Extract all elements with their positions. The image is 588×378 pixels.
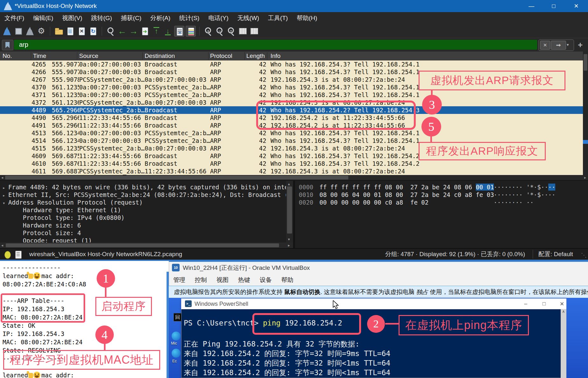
vm-desktop-icon-label: Mic	[171, 341, 177, 346]
column-header[interactable]: Time	[33, 52, 46, 60]
column-header[interactable]: Length	[246, 52, 265, 60]
console-line: IP: 192.168.254.3	[0, 330, 169, 338]
vbox-menu-item[interactable]: 视图	[216, 275, 229, 285]
menu-item[interactable]: 工具(T)	[263, 12, 292, 24]
menu-item[interactable]: 帮助(H)	[292, 12, 322, 24]
zoom-in-icon[interactable]: +	[203, 26, 213, 37]
vbox-menu-item[interactable]: 设备	[260, 275, 272, 285]
zoom-reset-icon[interactable]: =	[226, 26, 236, 37]
menu-item[interactable]: 视图(V)	[58, 12, 87, 24]
vbox-menu-item[interactable]: 帮助	[281, 275, 293, 285]
hex-row[interactable]: 002000 00 00 00 00 00 c0 a8 fe 02·······…	[295, 199, 588, 206]
detail-line[interactable]: ▸Frame 4489: 42 bytes on wire (336 bits)…	[0, 183, 286, 191]
capture-options-icon[interactable]: ⚙	[36, 26, 46, 37]
detail-line[interactable]: ▸Ethernet II, Src: PCSSystemtec_2a:be:24…	[0, 191, 286, 199]
vbox-menu-item[interactable]: 热键	[238, 275, 250, 285]
go-first-packet-icon[interactable]: ↑	[151, 26, 161, 37]
go-back-icon[interactable]: ←	[117, 26, 127, 37]
menu-item[interactable]: 分析(A)	[146, 12, 175, 24]
display-filter-input[interactable]: arp	[14, 40, 537, 50]
filter-clear-button[interactable]: ✕	[540, 41, 550, 50]
packet-list-hscrollbar[interactable]: ◂ ▸	[0, 175, 588, 180]
packet-row[interactable]: 4611569.688751PCSSystemtec_2a:b…11:22:33…	[0, 167, 583, 175]
expanded-icon: ▾	[0, 199, 8, 207]
ps-minimize-button[interactable]: –	[519, 298, 533, 309]
close-button[interactable]: ✕	[569, 0, 584, 12]
column-header[interactable]: Info	[270, 52, 281, 60]
detail-line[interactable]: Hardware type: Ethernet (1)	[0, 206, 286, 214]
detail-line[interactable]: Protocol type: IPv4 (0x0800)	[0, 214, 286, 221]
resize-grip-icon[interactable]: ⋱	[581, 252, 587, 259]
menu-item[interactable]: 文件(F)	[0, 12, 29, 24]
filter-add-button[interactable]: +	[578, 40, 583, 50]
menu-item[interactable]: 无线(W)	[233, 12, 264, 24]
ps-prompt: PS C:\Users\tnct>	[184, 319, 263, 327]
packet-list-vscrollbar[interactable]	[583, 52, 588, 175]
auto-scroll-icon[interactable]	[174, 26, 184, 37]
minimize-button[interactable]: —	[524, 0, 539, 12]
mouse-cursor	[332, 300, 340, 309]
go-to-packet-icon[interactable]	[140, 26, 150, 37]
annotation-label-arp-request: 虚拟机发出ARP请求报文	[419, 71, 565, 90]
menu-item[interactable]: 统计(S)	[175, 12, 204, 24]
packet-row[interactable]: 4610569.68761311:22:33:44:55:66Broadcast…	[0, 160, 583, 167]
column-header[interactable]: Protocol	[210, 52, 232, 60]
packet-row[interactable]: 4265555.9077620a:00:27:00:00:03Broadcast…	[0, 60, 583, 68]
annotation-step-1: 1	[97, 269, 115, 288]
wireshark-titlebar: *VirtualBox Host-Only Network — □ ✕	[0, 0, 588, 12]
go-forward-icon[interactable]: →	[128, 26, 139, 37]
column-header[interactable]: No.	[3, 52, 12, 60]
scroll-up-icon[interactable]: ∧	[562, 309, 565, 314]
annotation-connector	[430, 136, 432, 142]
vbox-menu-item[interactable]: 控制	[195, 275, 207, 285]
zoom-out-icon[interactable]: −	[215, 26, 225, 37]
detail-line[interactable]: ▾Address Resolution Protocol (request)	[0, 199, 286, 206]
restart-capture-icon[interactable]	[25, 26, 35, 37]
annotation-capture-rect	[256, 101, 416, 130]
menu-item[interactable]: 捕获(C)	[116, 12, 146, 24]
profile-label[interactable]: 配置: Default	[538, 248, 573, 260]
filter-dropdown-icon[interactable]: ▾	[567, 42, 569, 47]
annotation-step-2: 2	[367, 315, 385, 333]
packet-row[interactable]: 4513566.1234390a:00:27:00:00:03PCSSystem…	[0, 129, 583, 137]
ps-scrollbar[interactable]: ∧	[561, 309, 566, 378]
start-capture-icon[interactable]	[2, 26, 12, 37]
expert-info-icon[interactable]	[4, 251, 11, 259]
go-last-packet-icon[interactable]: ↓	[163, 26, 173, 37]
filter-bookmark-icon[interactable]	[2, 40, 13, 50]
vm-desktop-edge-icon[interactable]	[172, 332, 181, 340]
detail-line[interactable]: Protocol size: 4	[0, 229, 286, 237]
stop-capture-icon[interactable]	[13, 26, 24, 37]
menu-item[interactable]: 跳转(G)	[87, 12, 116, 24]
open-file-icon[interactable]	[54, 26, 64, 37]
hex-row[interactable]: 001008 00 06 04 00 01 08 00 27 2a be 24 …	[295, 191, 588, 199]
hex-row[interactable]: 0000ff ff ff ff ff ff 08 00 27 2a be 24 …	[295, 183, 588, 191]
filter-apply-button[interactable]: ➞	[551, 41, 566, 50]
annotation-connector	[104, 344, 106, 350]
show-columns-icon[interactable]	[249, 26, 259, 37]
save-file-icon[interactable]	[65, 26, 75, 37]
column-header[interactable]: Source	[79, 52, 98, 60]
filter-buttons-group: ✕ ➞ ▾	[538, 39, 574, 51]
close-file-icon[interactable]	[77, 26, 87, 37]
packet-row[interactable]: 4371561.1235960a:00:27:00:00:03PCSSystem…	[0, 91, 583, 99]
annotation-connector	[385, 323, 399, 325]
vbox-menu-item[interactable]: 管理	[173, 275, 185, 285]
ps-maximize-button[interactable]: □	[537, 298, 551, 309]
vm-desktop-edge-icon[interactable]	[172, 349, 181, 358]
reload-file-icon[interactable]	[88, 26, 98, 37]
detail-line[interactable]: Hardware size: 6	[0, 221, 286, 229]
detail-hscrollbar[interactable]: ◂ ▸	[0, 242, 293, 248]
colorize-icon[interactable]	[186, 26, 196, 37]
capture-file-name: wireshark_VirtualBox Host-Only NetworkRN…	[29, 248, 182, 260]
vm-desktop-icon[interactable]: 回	[174, 313, 182, 321]
column-header[interactable]: Destination	[145, 52, 175, 60]
menu-item[interactable]: 编辑(E)	[29, 12, 58, 24]
find-packet-icon[interactable]	[106, 26, 116, 37]
maximize-button[interactable]: □	[546, 0, 561, 12]
capture-comment-icon[interactable]	[15, 251, 22, 259]
detail-line[interactable]: Opcode: request (1)	[0, 237, 286, 242]
detail-vscrollbar[interactable]: ▴ ▾	[286, 181, 293, 242]
menu-item[interactable]: 电话(Y)	[204, 12, 233, 24]
resize-columns-icon[interactable]	[237, 26, 248, 37]
